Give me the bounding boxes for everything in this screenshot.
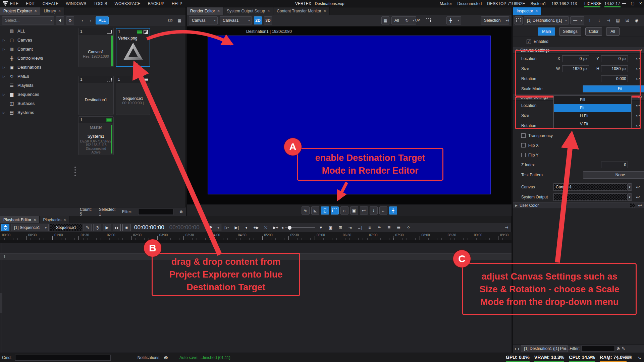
snap-magnet-button[interactable]: ∩	[340, 206, 348, 215]
transparency-checkbox[interactable]	[521, 133, 526, 138]
tree-item-systems[interactable]: ▷▤Systems	[0, 108, 76, 117]
canvas-assign-dropdown-button[interactable]: ▾	[627, 183, 632, 191]
zoom-fit-selection-button[interactable]: ⇥	[346, 224, 354, 231]
view-3d-button[interactable]: 3D	[264, 16, 272, 24]
tab-all[interactable]: All	[606, 27, 619, 36]
fit-vertical-button[interactable]: ↕	[370, 206, 378, 215]
tree-item-content[interactable]: ▷▥Content	[0, 45, 76, 54]
pin-panel-button[interactable]: ⊣	[502, 224, 511, 231]
scale-option-fill[interactable]: Fill	[554, 96, 631, 104]
filter-all-button[interactable]: ALL	[96, 16, 109, 24]
keyboard-icon[interactable]: ⌨	[625, 355, 632, 361]
play-section-button[interactable]: ▷◦	[223, 224, 231, 231]
clear-filter-icon[interactable]: ⊗	[179, 209, 183, 214]
multi-select-button[interactable]: ☑	[623, 16, 631, 24]
tile-canvas1[interactable]: 1 Canvas1 Res: 1920,1080	[78, 28, 114, 67]
expand-icon[interactable]: ▷	[3, 66, 6, 69]
menu-workspace[interactable]: WORKSPACE	[115, 1, 141, 6]
footer-next-button[interactable]: ›	[518, 346, 520, 351]
sequence-name-field[interactable]: Sequence1	[50, 224, 82, 231]
nav-next-button[interactable]: ›	[88, 16, 94, 24]
minimize-button[interactable]: —	[622, 1, 626, 6]
system-output-dropdown-button[interactable]: ▾	[627, 193, 632, 201]
edit-sequence-button[interactable]: ✎	[84, 224, 92, 231]
close-icon[interactable]: ×	[64, 218, 66, 222]
user-color-swatch[interactable]	[630, 203, 635, 208]
waveform-button[interactable]: ∿	[302, 206, 310, 215]
tile-sequence1[interactable]: 1 Sequence1 00:10:00:00 |	[116, 76, 150, 115]
tree-splitter-handle[interactable]	[74, 166, 76, 177]
menu-windows[interactable]: WINDOWS	[66, 1, 86, 6]
menu-backup[interactable]: BACKUP	[148, 1, 164, 6]
tree-item-controlviews[interactable]: ╫ControlViews	[0, 54, 76, 63]
volume-slider[interactable]	[285, 227, 315, 228]
size-w-field[interactable]: 1920px	[562, 65, 589, 72]
inspected-target-dropdown[interactable]: [1] Destination1 ([1]	[524, 16, 569, 24]
expand-icon[interactable]: ▷	[3, 111, 6, 114]
undo-icon[interactable]: ↩	[636, 103, 640, 108]
expand-icon[interactable]: ▷	[3, 75, 6, 78]
tab-system-output-setup[interactable]: System Output Setup×	[223, 7, 273, 15]
undo-icon[interactable]: ↩	[636, 123, 640, 128]
prev-item-button[interactable]: ↑	[586, 16, 594, 24]
expand-icon[interactable]: ▷	[3, 39, 6, 42]
tree-item-all[interactable]: ▤ALL	[0, 26, 76, 36]
canvas-target-dropdown[interactable]: Canvas1	[220, 16, 252, 24]
user-color-header[interactable]: ▶ User Color ↩	[513, 202, 644, 209]
stop-button[interactable]: ■	[122, 224, 130, 231]
vertex-points-button[interactable]: ∴	[392, 16, 400, 24]
test-pattern-dropdown[interactable]: None	[583, 171, 644, 179]
timeline-ruler[interactable]: 00:0000:3001:0001:3002:0002:3003:0003:30…	[0, 232, 512, 240]
undo-icon[interactable]: ↩	[636, 184, 640, 190]
frame-add-button[interactable]: ▣	[327, 224, 335, 231]
close-icon[interactable]: ×	[34, 9, 37, 13]
menu-edit[interactable]: EDIT	[26, 1, 35, 6]
select-dropdown[interactable]: Select...	[2, 16, 54, 24]
inspector-filter-input[interactable]	[581, 346, 615, 352]
undo-icon[interactable]: ↩	[638, 203, 642, 208]
goto-end-button[interactable]: →|	[356, 224, 364, 231]
rotation-field[interactable]: 0.000	[601, 75, 628, 82]
uv-button[interactable]: UV	[414, 16, 422, 24]
undo-icon[interactable]: ↩	[636, 113, 640, 118]
scale-mode-dropdown[interactable]: Fit	[583, 85, 644, 93]
close-icon[interactable]: ×	[217, 9, 220, 13]
gradient-button[interactable]: ◣	[311, 206, 319, 215]
clear-filter-icon[interactable]: ⊗	[616, 346, 620, 351]
tile-destination1[interactable]: 1 Destination1	[78, 76, 114, 115]
resize-corner-icon[interactable]: ↘	[637, 355, 641, 361]
volume-slider-handle[interactable]	[288, 226, 291, 230]
select-cursor-button[interactable]: ➤	[56, 16, 64, 24]
collapse-icon[interactable]: ▶	[515, 204, 518, 207]
move-tool-dropdown[interactable]: ╋	[446, 16, 461, 24]
close-icon[interactable]: ×	[34, 218, 36, 222]
settings-gear-button[interactable]: ⚙	[66, 16, 74, 24]
align-middle-button[interactable]: ≞	[375, 224, 383, 231]
timecode-clock-button[interactable]: ◷	[93, 224, 101, 231]
tree-item-playlists[interactable]: ☰Playlists	[0, 81, 76, 90]
tree-item-surfaces[interactable]: ◫Surfaces	[0, 99, 76, 108]
transport-options-dropdown[interactable]: ▾	[243, 224, 251, 231]
license-label[interactable]: LICENSE	[584, 1, 601, 6]
menu-help[interactable]: HELP	[172, 1, 182, 6]
canvas-assign-field[interactable]: Canvas1	[553, 183, 627, 191]
footer-target-dropdown[interactable]: [1] Destination1 ([1] Pro...	[521, 345, 568, 352]
expand-icon[interactable]: ▷	[3, 93, 6, 96]
reset-view-button[interactable]: ↩	[360, 206, 368, 215]
menu-file[interactable]: FILE	[10, 1, 18, 6]
scale-option-v-fit[interactable]: V Fit	[554, 120, 631, 128]
pause-button[interactable]: ▮▮	[113, 224, 121, 231]
tile-vertex-png[interactable]: 1 Vertex.png	[116, 28, 150, 67]
frame-select-button[interactable]: ⁘	[405, 224, 413, 231]
expand-tracks-button[interactable]: ☰	[395, 224, 403, 231]
sequence-select-dropdown[interactable]: [1] Sequence1	[11, 224, 49, 231]
system-output-field[interactable]	[553, 193, 627, 201]
maximize-button[interactable]: ▢	[631, 1, 634, 6]
collapse-icon[interactable]: ▼	[515, 96, 518, 99]
cmd-input[interactable]	[15, 355, 111, 361]
pencil-edit-icon[interactable]: ✎	[622, 346, 625, 351]
menu-create[interactable]: CREATE	[43, 1, 59, 6]
tab-render-editor[interactable]: Render Editor×	[187, 7, 223, 15]
z-index-field[interactable]: 0	[601, 162, 628, 168]
tree-item-canvas[interactable]: ▷▢Canvas	[0, 36, 76, 45]
